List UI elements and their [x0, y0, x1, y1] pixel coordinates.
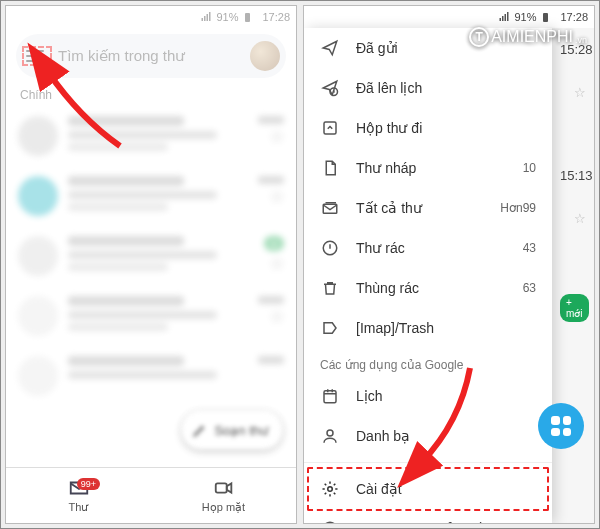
calendar-icon — [320, 386, 340, 406]
drawer-section-google: Các ứng dụng của Google — [304, 348, 552, 376]
unread-badge: 99+ — [77, 478, 100, 490]
mail-item[interactable] — [16, 166, 286, 226]
label-icon — [320, 318, 340, 338]
status-time: 17:28 — [560, 11, 588, 23]
drawer-item-contacts[interactable]: Danh bạ — [304, 416, 552, 456]
drawer-count: 63 — [523, 281, 536, 295]
status-bar: 91% 17:28 — [304, 6, 594, 28]
drawer-item-calendar[interactable]: Lịch — [304, 376, 552, 416]
watermark-logo: TAIMIENPHI.vn — [469, 27, 587, 47]
contacts-icon — [320, 426, 340, 446]
drawer-count: 10 — [523, 161, 536, 175]
compose-button[interactable]: Soạn thư — [182, 411, 282, 449]
spam-icon — [320, 238, 340, 258]
drawer-label: [Imap]/Trash — [356, 320, 536, 336]
svg-point-17 — [328, 487, 333, 492]
drawer-item-spam[interactable]: Thư rác43 — [304, 228, 552, 268]
drawer-label: Cài đặt — [356, 481, 536, 497]
nav-meet-label: Họp mặt — [202, 501, 245, 514]
mail-time: 15:13 — [560, 168, 593, 183]
star-icon[interactable]: ☆ — [574, 211, 586, 226]
svg-rect-12 — [324, 122, 336, 134]
svg-rect-5 — [215, 483, 226, 492]
search-placeholder: Tìm kiếm trong thư — [58, 47, 240, 65]
mail-item[interactable] — [16, 106, 286, 166]
mail-item[interactable]: ● — [16, 226, 286, 286]
drawer-item-outbox[interactable]: Hộp thư đi — [304, 108, 552, 148]
scheduled-icon — [320, 78, 340, 98]
sent-icon — [320, 38, 340, 58]
drawer-count: Hơn99 — [500, 201, 536, 215]
drawer-label: Danh bạ — [356, 428, 536, 444]
status-bar: 91% 17:28 — [6, 6, 296, 28]
help-icon — [320, 519, 340, 523]
svg-rect-3 — [209, 12, 211, 21]
menu-icon[interactable] — [26, 50, 48, 62]
drawer-label: Lịch — [356, 388, 536, 404]
nav-mail[interactable]: 99+ Thư — [6, 468, 151, 523]
allmail-icon — [320, 198, 340, 218]
drawer-item-scheduled[interactable]: Đã lên lịch — [304, 68, 552, 108]
video-icon — [213, 477, 235, 499]
battery-percent: 91% — [514, 11, 536, 23]
mail-item[interactable] — [16, 346, 286, 406]
svg-rect-8 — [505, 14, 507, 21]
gear-icon — [320, 479, 340, 499]
drawer-item-help[interactable]: Trợ giúp và phản hồi — [304, 509, 552, 523]
svg-rect-15 — [324, 391, 336, 403]
drawer-item-label[interactable]: [Imap]/Trash — [304, 308, 552, 348]
svg-rect-2 — [207, 14, 209, 21]
svg-rect-1 — [204, 16, 206, 21]
svg-rect-10 — [543, 13, 548, 22]
drawer-label: Thư nháp — [356, 160, 507, 176]
bottom-nav: 99+ Thư Họp mặt — [6, 467, 296, 523]
drawer-item-allmail[interactable]: Tất cả thưHơn99 — [304, 188, 552, 228]
svg-point-18 — [323, 522, 337, 523]
drawer-label: Tất cả thư — [356, 200, 484, 216]
pencil-icon — [192, 422, 208, 438]
svg-rect-6 — [500, 18, 502, 21]
outbox-icon — [320, 118, 340, 138]
screenshot-right: 91% 17:28 15:28 ☆ 15:13 ☆ + mới Đã gửiĐã… — [303, 5, 595, 524]
drawer-label: Thư rác — [356, 240, 507, 256]
avatar[interactable] — [250, 41, 280, 71]
drawer-label: Trợ giúp và phản hồi — [356, 521, 536, 523]
drawer-label: Thùng rác — [356, 280, 507, 296]
drafts-icon — [320, 158, 340, 178]
drawer-label: Đã lên lịch — [356, 80, 536, 96]
apps-fab[interactable] — [538, 403, 584, 449]
drawer-count: 43 — [523, 241, 536, 255]
trash-icon — [320, 278, 340, 298]
drawer-item-trash[interactable]: Thùng rác63 — [304, 268, 552, 308]
drawer-item-drafts[interactable]: Thư nháp10 — [304, 148, 552, 188]
drawer-label: Hộp thư đi — [356, 120, 536, 136]
screenshot-left: 91% 17:28 Tìm kiếm trong thư Chính ● — [5, 5, 297, 524]
compose-label: Soạn thư — [214, 423, 268, 438]
search-bar[interactable]: Tìm kiếm trong thư — [16, 34, 286, 78]
status-time: 17:28 — [262, 11, 290, 23]
mail-item[interactable] — [16, 286, 286, 346]
nav-mail-label: Thư — [69, 501, 89, 514]
drawer-item-settings[interactable]: Cài đặt — [304, 469, 552, 509]
star-icon[interactable]: ☆ — [574, 85, 586, 100]
svg-rect-4 — [245, 13, 250, 22]
new-pill: + mới — [560, 294, 589, 322]
mail-list-blurred: ● — [6, 106, 296, 406]
nav-drawer: Đã gửiĐã lên lịchHộp thư điThư nháp10Tất… — [304, 28, 552, 523]
svg-rect-7 — [502, 16, 504, 21]
inbox-category-label: Chính — [6, 84, 296, 106]
svg-rect-0 — [202, 18, 204, 21]
battery-percent: 91% — [216, 11, 238, 23]
svg-point-16 — [327, 430, 333, 436]
apps-grid-icon — [551, 416, 571, 436]
svg-rect-9 — [507, 12, 509, 21]
nav-meet[interactable]: Họp mặt — [151, 468, 296, 523]
